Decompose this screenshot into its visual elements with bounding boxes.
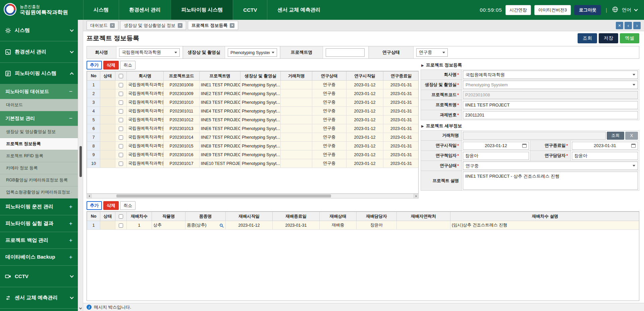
globe-icon[interactable] [612, 6, 619, 14]
scroll-left-icon[interactable] [87, 194, 92, 198]
save-button[interactable]: 저장 [599, 33, 618, 43]
status-filter-select[interactable]: 연구중 [416, 48, 448, 57]
row-checkbox[interactable] [119, 135, 123, 140]
table-row[interactable]: 2국립원예특작과학원P202301009lINE2 TEST PROJECTPh… [87, 89, 419, 98]
form-row-code: 프로젝트코드* P202301008 [421, 90, 639, 100]
tab-next-button[interactable]: › [633, 22, 641, 29]
select-all-checkbox[interactable] [119, 214, 123, 219]
nav-item[interactable]: 피노타이핑 시스템 [171, 0, 233, 20]
row-checkbox[interactable] [119, 100, 123, 105]
row-checkbox[interactable] [119, 223, 123, 228]
sidebar-item[interactable]: 피노타이핑 운전 관리+ [0, 198, 78, 215]
sidebar-item[interactable]: 피노타이핑 대쉬보드− [0, 84, 78, 99]
add-button[interactable]: 추가 [87, 61, 102, 70]
row-checkbox[interactable] [119, 153, 123, 157]
table-row[interactable]: 3국립원예특작과학원P202301010lINE3 TEST PROJECTPh… [87, 98, 419, 107]
filter-project-field [323, 46, 369, 58]
tab-close-icon[interactable]: × [110, 23, 115, 28]
tab[interactable]: 프로젝트 정보등록× [188, 21, 238, 30]
sidebar-item[interactable]: 환경센서 관리 [0, 41, 78, 63]
project-name-input[interactable] [326, 48, 365, 57]
extend-time-button[interactable]: 시간연장 [505, 5, 531, 15]
row-checkbox[interactable] [119, 144, 123, 148]
table-row[interactable]: 8국립원예특작과학원P202301015lINE8 TEST PROJECTPh… [87, 142, 419, 150]
project-name-field[interactable]: lINE1 TEST PROJECT [463, 101, 638, 109]
row-checkbox[interactable] [119, 109, 123, 114]
description-field[interactable]: lINE1 TEST PROJECT - 상추 건조스트레스 진행 [463, 172, 638, 190]
sidebar-item[interactable]: CCTV [0, 266, 78, 287]
sidebar-item[interactable]: 카메라 정보 등록 [0, 162, 78, 174]
logout-button[interactable]: 로그아웃 [574, 5, 601, 15]
task-no-field[interactable]: 23011201 [463, 111, 638, 119]
sidebar-item[interactable]: 피노타이핑 시스템 [0, 63, 78, 84]
sidebar-item[interactable]: 엽록소형광촬영실 카메라좌표정보 등록 [0, 186, 78, 198]
sidebar-item[interactable]: 프로젝트 백업 관리+ [0, 232, 78, 249]
horizontal-scrollbar[interactable] [87, 194, 419, 198]
manager-field[interactable]: 장윤아 [572, 152, 638, 160]
calendar-icon[interactable] [522, 144, 527, 148]
company-select[interactable]: 국립원예특작과학원 [463, 71, 638, 79]
search-button[interactable]: 조회 [578, 33, 597, 43]
table-row[interactable]: 5국립원예특작과학원P202301012lINE5 TEST PROJECTPh… [87, 116, 419, 124]
account-button[interactable]: 아이티컨버전3 [534, 5, 571, 15]
select-all-checkbox[interactable] [119, 74, 123, 78]
scroll-right-icon[interactable] [414, 194, 418, 198]
sidebar-item[interactable]: 센서 교체 예측관리 [0, 287, 78, 309]
sidebar-item[interactable]: 대쉬보드 [0, 99, 78, 111]
cell-end: 2023-01-31 [383, 142, 419, 150]
client-search-button[interactable]: 조회 [607, 132, 624, 140]
nav-item[interactable]: 시스템 [83, 0, 119, 20]
tab-close-all-button[interactable]: × [616, 22, 623, 29]
row-checkbox[interactable] [119, 162, 123, 166]
table-row[interactable]: 4국립원예특작과학원P202301011lINE4 TEST PROJECTPh… [87, 107, 419, 116]
row-checkbox[interactable] [119, 127, 123, 131]
nav-item[interactable]: 센서 교체 예측관리 [267, 0, 330, 20]
sidebar-item[interactable]: 기본정보 관리− [0, 111, 78, 126]
table-row[interactable]: 6국립원예특작과학원P202301013lINE6 TEST PROJECTPh… [87, 124, 419, 133]
add-button[interactable]: 추가 [87, 201, 102, 210]
sidebar-item[interactable]: 프로젝트 정보등록 [0, 138, 78, 150]
nav-item[interactable]: CCTV [233, 0, 267, 20]
table-row[interactable]: 10국립원예특작과학원P202301017lINE10 TEST PROJE..… [87, 159, 419, 168]
scrollbar-thumb[interactable] [79, 146, 82, 177]
client-clear-button[interactable]: X [625, 132, 638, 140]
nav-item[interactable]: 환경센서 관리 [119, 0, 171, 20]
delete-button[interactable]: 삭제 [103, 201, 119, 210]
sidebar-scrollbar[interactable] [78, 20, 83, 311]
chamber-select[interactable]: Phenotyping Syystem [463, 81, 638, 89]
leader-field[interactable]: 장윤아 [463, 152, 529, 160]
excel-button[interactable]: 엑셀 [620, 33, 639, 43]
chamber-filter-select[interactable]: Phenotyping Syystem [228, 48, 277, 57]
table-row[interactable]: 1국립원예특작과학원P202301008lINE1 TEST PROJECTPh… [87, 81, 419, 89]
start-date-field[interactable]: 2023-01-12 [463, 142, 529, 150]
research-status-select[interactable]: 연구중 [463, 162, 638, 170]
table-row[interactable]: 7국립원예특작과학원P202301014lINE7 TEST PROJECTPh… [87, 133, 419, 142]
scroll-down-icon[interactable] [79, 307, 82, 309]
tab[interactable]: 대쉬보드× [87, 21, 118, 30]
language-label[interactable]: 언어 [622, 7, 631, 13]
tab-close-icon[interactable]: × [178, 23, 182, 28]
cancel-button[interactable]: 취소 [120, 61, 136, 70]
tab-prev-button[interactable]: ‹ [625, 22, 632, 29]
cancel-button[interactable]: 취소 [120, 201, 136, 210]
calendar-icon[interactable] [631, 144, 636, 148]
sidebar-item[interactable]: 피노타이핑 실험 결과+ [0, 215, 78, 232]
search-lookup-icon[interactable] [220, 224, 223, 227]
row-checkbox[interactable] [119, 83, 123, 87]
delete-button[interactable]: 삭제 [103, 61, 119, 70]
sidebar-item[interactable]: RGB촬영실 카메라좌표정보 등록 [0, 174, 78, 186]
tab-close-icon[interactable]: × [230, 23, 234, 28]
table-row[interactable]: 9국립원예특작과학원P202301016lINE9 TEST PROJECTPh… [87, 150, 419, 159]
chevron-down-icon[interactable] [634, 7, 638, 11]
end-date-field[interactable]: 2023-01-31 [572, 142, 638, 150]
row-checkbox[interactable] [119, 92, 123, 96]
company-filter-select[interactable]: 국립원예특작과학원 [119, 48, 180, 57]
sidebar-item[interactable]: 데이타베이스 Backup+ [0, 249, 78, 266]
sidebar-item[interactable]: 생장상 및 영상촬영실 정보 [0, 126, 78, 138]
scrollbar-thumb[interactable] [116, 194, 331, 197]
row-checkbox[interactable] [119, 118, 123, 122]
table-row[interactable]: 11상추품종(상추)2023-01-122023-01-31재배중장윤아(임시)… [87, 221, 640, 230]
tab[interactable]: 생장상 및 영상촬영실 정보× [120, 21, 186, 30]
sidebar-item[interactable]: 시스템 [0, 20, 78, 41]
sidebar-item[interactable]: 프로젝트 RFID 등록 [0, 150, 78, 162]
